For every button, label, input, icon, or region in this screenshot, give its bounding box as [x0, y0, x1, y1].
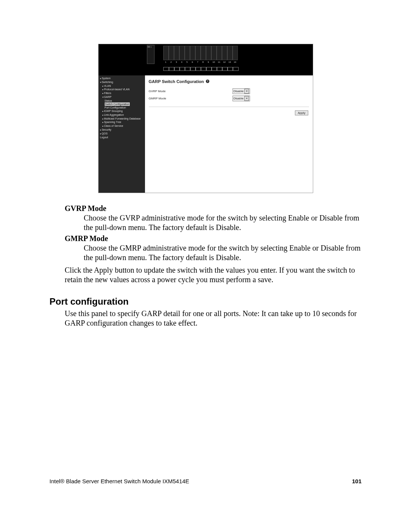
divider [149, 107, 309, 107]
port-slot[interactable] [195, 46, 201, 60]
port-graphic-row [163, 46, 238, 60]
port-number: 9 [206, 61, 211, 63]
config-row: GMRP ModeDisable▾ [149, 96, 309, 101]
port-number: 1 [163, 61, 169, 63]
port-number: 10 [211, 61, 217, 63]
port-number: 13 [227, 61, 233, 63]
port-indicators [163, 66, 238, 72]
mode-select[interactable]: Disable▾ [233, 96, 250, 101]
port-slot[interactable] [179, 46, 185, 60]
port-slot[interactable] [163, 46, 169, 60]
sidebar-item[interactable]: Security [99, 128, 144, 132]
port-number: 6 [190, 61, 195, 63]
sidebar-item[interactable]: Status [104, 99, 144, 102]
port-slot[interactable] [211, 46, 217, 60]
sidebar-item[interactable]: Switch Configuration [104, 102, 144, 106]
chevron-down-icon: ▾ [244, 96, 249, 101]
sidebar-item[interactable]: Switching [99, 80, 144, 84]
port-slot[interactable] [227, 46, 233, 60]
port-number: 7 [195, 61, 201, 63]
nav-sidebar: SystemSwitchingVLANProtocol-based VLANFi… [99, 75, 145, 193]
config-label: GMRP Mode [149, 97, 233, 100]
apply-button[interactable]: Apply [295, 110, 308, 115]
content-panel: GARP Switch Configuration ? GVRP ModeDis… [145, 75, 313, 193]
port-number: 8 [201, 61, 206, 63]
port-number: 3 [174, 61, 179, 63]
sidebar-item[interactable]: System [99, 77, 144, 80]
select-value: Disable [234, 97, 244, 100]
sidebar-item[interactable]: Filters [102, 91, 144, 95]
sidebar-item[interactable]: Link Aggregation [102, 113, 144, 117]
sidebar-item[interactable]: QOS [99, 132, 144, 136]
port-slot[interactable] [201, 46, 206, 60]
config-screenshot: BB 1 1234567891011121314 SystemSwitching… [98, 44, 313, 193]
footer-doc-title: Intel® Blade Server Ethernet Switch Modu… [49, 478, 189, 484]
port-indicator [233, 67, 239, 71]
port-slot[interactable] [222, 46, 227, 60]
footer-page-number: 101 [352, 478, 362, 484]
sidebar-item[interactable]: Logout [99, 136, 144, 139]
sidebar-item[interactable]: Protocol-based VLAN [102, 88, 144, 91]
sidebar-item[interactable]: IGMP Snooping [102, 109, 144, 113]
device-label: BB 1 [148, 46, 152, 48]
apply-note: Click the Apply button to update the swi… [65, 265, 362, 284]
port-number: 14 [233, 61, 238, 63]
panel-title-text: GARP Switch Configuration [149, 79, 204, 84]
port-slot[interactable] [217, 46, 222, 60]
port-slot[interactable] [169, 46, 174, 60]
port-slot[interactable] [206, 46, 211, 60]
help-icon[interactable]: ? [206, 80, 209, 83]
config-label: GVRP Mode [149, 89, 233, 93]
sidebar-item[interactable]: GARP [102, 95, 144, 99]
sidebar-item[interactable]: Class of Service [102, 124, 144, 128]
section-title: Port configuration [49, 296, 362, 307]
defn-gmrp: Choose the GMRP administrative mode for … [84, 243, 362, 262]
section-body: Use this panel to specify GARP detail fo… [65, 309, 362, 328]
port-slot[interactable] [185, 46, 190, 60]
port-number: 12 [222, 61, 227, 63]
sidebar-item[interactable]: VLAN [102, 84, 144, 88]
port-slot[interactable] [233, 46, 238, 60]
port-numbers: 1234567891011121314 [163, 61, 238, 63]
chevron-down-icon: ▾ [244, 89, 249, 94]
config-row: GVRP ModeDisable▾ [149, 88, 309, 94]
panel-title: GARP Switch Configuration ? [149, 79, 309, 84]
port-number: 5 [185, 61, 190, 63]
port-number: 11 [217, 61, 222, 63]
sidebar-item[interactable]: Multicast Forwarding Database [102, 117, 144, 121]
page-footer: Intel® Blade Server Ethernet Switch Modu… [49, 478, 362, 484]
term-gvrp: GVRP Mode [65, 204, 362, 213]
port-slot[interactable] [190, 46, 195, 60]
sidebar-item[interactable]: Port Configuration [104, 106, 144, 109]
defn-gvrp: Choose the GVRP administrative mode for … [84, 213, 362, 232]
term-gmrp: GMRP Mode [65, 234, 362, 243]
port-slot[interactable] [174, 46, 179, 60]
screenshot-header: BB 1 1234567891011121314 [99, 44, 313, 75]
select-value: Disable [234, 89, 244, 93]
port-number: 4 [179, 61, 185, 63]
port-number: 2 [169, 61, 174, 63]
mode-select[interactable]: Disable▾ [233, 88, 250, 94]
sidebar-item[interactable]: Spanning Tree [102, 120, 144, 124]
